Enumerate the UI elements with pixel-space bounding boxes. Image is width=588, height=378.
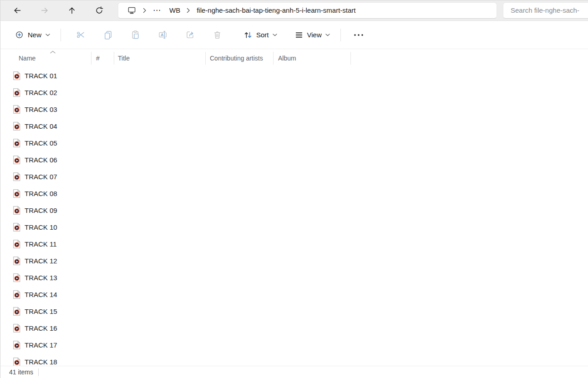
delete-button[interactable] <box>207 26 227 44</box>
file-row[interactable]: TRACK 02 <box>0 84 588 101</box>
file-list: TRACK 01 TRACK 02 TRACK 03 <box>0 67 588 370</box>
more-options-button[interactable] <box>350 26 368 44</box>
sort-button-label: Sort <box>256 31 269 39</box>
file-name: TRACK 14 <box>25 291 57 298</box>
file-name: TRACK 09 <box>25 207 57 214</box>
audio-file-icon <box>13 240 20 248</box>
file-row[interactable]: TRACK 08 <box>0 185 588 202</box>
rename-button[interactable] <box>152 26 172 44</box>
share-button[interactable] <box>180 26 200 44</box>
audio-file-icon <box>13 206 20 215</box>
audio-file-icon <box>13 189 20 198</box>
audio-file-icon <box>13 358 20 366</box>
address-bar[interactable]: ⋯ WB file-nghe-sach-bai-tap-tieng-anh-5-… <box>118 2 497 19</box>
file-row[interactable]: TRACK 03 <box>0 101 588 118</box>
file-name: TRACK 03 <box>25 106 57 113</box>
refresh-icon <box>95 6 104 15</box>
breadcrumb-collapsed[interactable]: ⋯ <box>149 4 165 17</box>
rename-icon <box>158 30 167 40</box>
audio-file-icon <box>13 71 20 80</box>
navigation-bar: ⋯ WB file-nghe-sach-bai-tap-tieng-anh-5-… <box>0 0 588 21</box>
forward-button[interactable] <box>35 2 55 19</box>
file-row[interactable]: TRACK 10 <box>0 219 588 236</box>
audio-file-icon <box>13 88 20 97</box>
chevron-down-icon <box>273 34 277 36</box>
file-name: TRACK 08 <box>25 190 57 197</box>
file-row[interactable]: TRACK 14 <box>0 286 588 303</box>
view-icon <box>294 30 304 40</box>
up-icon <box>67 6 76 15</box>
file-name: TRACK 05 <box>25 139 57 147</box>
file-name: TRACK 10 <box>25 223 57 231</box>
file-name: TRACK 11 <box>25 240 57 248</box>
file-name: TRACK 18 <box>25 358 57 366</box>
audio-file-icon <box>13 139 20 147</box>
file-name: TRACK 17 <box>25 341 57 349</box>
share-icon <box>185 30 195 40</box>
search-input[interactable] <box>503 3 588 18</box>
view-button-label: View <box>307 31 322 39</box>
copy-button[interactable] <box>98 26 118 44</box>
items-count: 41 items <box>9 368 33 376</box>
audio-file-icon <box>13 341 20 349</box>
up-button[interactable] <box>62 2 82 19</box>
breadcrumb-parent-label: WB <box>169 6 180 14</box>
back-button[interactable] <box>7 2 27 19</box>
file-name: TRACK 02 <box>25 89 57 96</box>
file-row[interactable]: TRACK 15 <box>0 303 588 320</box>
audio-file-icon <box>13 172 20 181</box>
file-row[interactable]: TRACK 11 <box>0 236 588 252</box>
column-header-contributing-artists[interactable]: Contributing artists <box>206 49 274 67</box>
file-name: TRACK 07 <box>25 173 57 181</box>
file-name: TRACK 12 <box>25 257 57 265</box>
file-name: TRACK 13 <box>25 274 57 282</box>
cut-button[interactable] <box>71 26 91 44</box>
file-row[interactable]: TRACK 17 <box>0 337 588 353</box>
file-row[interactable]: TRACK 01 <box>0 67 588 84</box>
file-row[interactable]: TRACK 09 <box>0 202 588 219</box>
column-header-label: Contributing artists <box>210 55 263 62</box>
column-header-title[interactable]: Title <box>114 49 206 67</box>
column-header-number[interactable]: # <box>91 49 114 67</box>
column-header-name[interactable]: Name <box>0 49 91 67</box>
file-row[interactable]: TRACK 07 <box>0 168 588 185</box>
file-name: TRACK 01 <box>25 72 57 80</box>
more-options-icon <box>354 34 364 36</box>
file-row[interactable]: TRACK 16 <box>0 320 588 337</box>
column-header-label: # <box>96 55 100 62</box>
audio-file-icon <box>13 257 20 265</box>
refresh-button[interactable] <box>89 2 109 19</box>
breadcrumb-this-pc[interactable] <box>123 4 141 17</box>
audio-file-icon <box>13 105 20 114</box>
audio-file-icon <box>13 273 20 282</box>
sort-button[interactable]: Sort <box>239 26 282 44</box>
file-row[interactable]: TRACK 13 <box>0 269 588 286</box>
breadcrumb-chevron-icon <box>184 8 193 13</box>
column-header-album[interactable]: Album <box>274 49 351 67</box>
view-button[interactable]: View <box>290 26 335 44</box>
search-box <box>503 2 588 19</box>
file-row[interactable]: TRACK 06 <box>0 151 588 168</box>
breadcrumb-parent-folder[interactable]: WB <box>165 4 184 17</box>
audio-file-icon <box>13 122 20 131</box>
status-bar-divider <box>38 368 39 376</box>
back-icon <box>13 6 22 15</box>
breadcrumb-chevron-icon <box>141 8 149 13</box>
new-button[interactable]: New <box>10 26 55 44</box>
audio-file-icon <box>13 290 20 299</box>
this-pc-icon <box>127 5 137 15</box>
audio-file-icon <box>13 223 20 232</box>
file-name: TRACK 06 <box>25 156 57 164</box>
new-button-label: New <box>28 31 41 39</box>
delete-icon <box>213 30 222 40</box>
file-row[interactable]: TRACK 04 <box>0 118 588 135</box>
status-bar: 41 items <box>0 366 588 378</box>
file-name: TRACK 15 <box>25 307 57 315</box>
paste-button[interactable] <box>125 26 145 44</box>
column-headers: Name # Title Contributing artists Album <box>0 49 588 67</box>
file-row[interactable]: TRACK 12 <box>0 252 588 269</box>
audio-file-icon <box>13 307 20 316</box>
file-name: TRACK 04 <box>25 122 57 130</box>
breadcrumb-current-folder[interactable]: file-nghe-sach-bai-tap-tieng-anh-5-i-lea… <box>193 4 360 17</box>
file-row[interactable]: TRACK 05 <box>0 135 588 151</box>
